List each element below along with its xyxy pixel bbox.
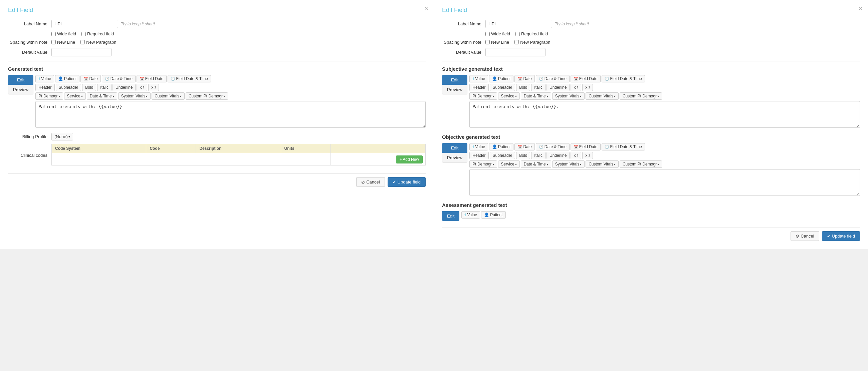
- subj-subheader-btn[interactable]: Subheader: [490, 84, 516, 91]
- new-line-label[interactable]: New Line: [52, 40, 75, 45]
- right-label-hint: Try to keep it short!: [555, 22, 589, 26]
- new-paragraph-checkbox[interactable]: [81, 40, 85, 44]
- required-field-checkbox[interactable]: [82, 32, 86, 36]
- right-panel: ✕ Edit Field Label Name Try to keep it s…: [434, 0, 868, 249]
- obj-field-date-btn[interactable]: 📅 Field Date: [570, 143, 600, 150]
- value-btn[interactable]: ℹ Value: [35, 75, 54, 82]
- obj-sup-btn[interactable]: x2: [582, 152, 593, 159]
- sub-btn[interactable]: x2: [136, 84, 147, 91]
- obj-date-time-btn[interactable]: 🕐 Date & Time: [536, 143, 569, 150]
- bold-btn[interactable]: Bold: [82, 84, 96, 91]
- italic-btn[interactable]: Italic: [97, 84, 112, 91]
- subj-patient-btn[interactable]: 👤 Patient: [489, 75, 514, 82]
- update-field-button-right[interactable]: ✔ Update field: [822, 231, 860, 241]
- right-new-paragraph-label[interactable]: New Paragraph: [515, 40, 550, 45]
- label-name-input[interactable]: [52, 20, 118, 28]
- pt-demogr-dropdown[interactable]: Pt Demogr: [35, 93, 63, 100]
- obj-value-btn[interactable]: ℹ Value: [469, 143, 488, 150]
- patient-btn[interactable]: 👤 Patient: [55, 75, 80, 82]
- subjective-edit-tab[interactable]: Edit: [442, 75, 467, 85]
- edit-tab[interactable]: Edit: [8, 75, 33, 85]
- system-vitals-dropdown[interactable]: System Vitals: [118, 93, 151, 100]
- close-button-right[interactable]: ✕: [858, 5, 863, 12]
- right-wide-field-label[interactable]: Wide field: [486, 31, 510, 36]
- right-new-paragraph-checkbox[interactable]: [515, 40, 519, 44]
- right-required-field-checkbox[interactable]: [516, 32, 520, 36]
- add-new-button[interactable]: + Add New: [396, 156, 423, 164]
- objective-preview-tab[interactable]: Preview: [442, 153, 467, 163]
- subj-date-btn[interactable]: 📅 Date: [515, 75, 534, 82]
- right-default-value-input[interactable]: [486, 48, 546, 56]
- assess-value-btn[interactable]: ℹ Value: [461, 211, 480, 218]
- custom-pt-demogr-dropdown[interactable]: Custom Pt Demogr: [186, 93, 228, 100]
- assessment-edit-tab[interactable]: Edit: [442, 211, 459, 221]
- subj-sub-btn[interactable]: x2: [570, 84, 581, 91]
- close-button-left[interactable]: ✕: [424, 5, 428, 12]
- header-btn[interactable]: Header: [35, 84, 54, 91]
- subj-bold-btn[interactable]: Bold: [516, 84, 530, 91]
- obj-custom-pt-demogr-dropdown[interactable]: Custom Pt Demogr: [620, 161, 662, 168]
- obj-italic-btn[interactable]: Italic: [531, 152, 546, 159]
- subj-custom-vitals-dropdown[interactable]: Custom Vitals: [586, 93, 619, 100]
- assess-patient-btn[interactable]: 👤 Patient: [481, 211, 505, 218]
- subj-date-time-btn[interactable]: 🕐 Date & Time: [536, 75, 569, 82]
- subj-underline-btn[interactable]: Underline: [547, 84, 569, 91]
- generated-text-textarea[interactable]: Patient presents with: {{value}}: [35, 101, 426, 128]
- preview-tab[interactable]: Preview: [8, 85, 33, 94]
- subjective-textarea[interactable]: Patient presents with: {{value}}.: [469, 101, 860, 128]
- default-value-input[interactable]: [52, 48, 112, 56]
- right-new-line-label[interactable]: New Line: [486, 40, 509, 45]
- field-date-time-btn[interactable]: 🕐 Field Date & Time: [167, 75, 211, 82]
- obj-underline-btn[interactable]: Underline: [547, 152, 569, 159]
- wide-field-checkbox[interactable]: [52, 32, 56, 36]
- new-paragraph-label[interactable]: New Paragraph: [81, 40, 116, 45]
- subj-header-btn[interactable]: Header: [469, 84, 488, 91]
- subj-italic-btn[interactable]: Italic: [531, 84, 546, 91]
- subj-value-btn[interactable]: ℹ Value: [469, 75, 488, 82]
- subj-field-date-btn[interactable]: 📅 Field Date: [570, 75, 600, 82]
- objective-textarea[interactable]: [469, 169, 860, 196]
- obj-date-btn[interactable]: 📅 Date: [515, 143, 534, 150]
- objective-edit-tab[interactable]: Edit: [442, 143, 467, 153]
- right-new-line-checkbox[interactable]: [486, 40, 490, 44]
- obj-bold-btn[interactable]: Bold: [516, 152, 530, 159]
- new-line-checkbox[interactable]: [52, 40, 56, 44]
- obj-system-vitals-dropdown[interactable]: System Vitals: [552, 161, 585, 168]
- right-required-field-label[interactable]: Required field: [516, 31, 548, 36]
- subj-field-date-time-btn[interactable]: 🕐 Field Date & Time: [601, 75, 645, 82]
- required-field-label[interactable]: Required field: [82, 31, 114, 36]
- subj-system-vitals-dropdown[interactable]: System Vitals: [552, 93, 585, 100]
- date-time-dropdown[interactable]: Date & Time: [87, 93, 117, 100]
- underline-btn[interactable]: Underline: [113, 84, 135, 91]
- obj-pt-demogr-dropdown[interactable]: Pt Demogr: [469, 161, 497, 168]
- subj-service-dropdown[interactable]: Service: [498, 93, 520, 100]
- subj-custom-pt-demogr-dropdown[interactable]: Custom Pt Demogr: [620, 93, 662, 100]
- subj-date-time-dropdown[interactable]: Date & Time: [521, 93, 551, 100]
- subj-pt-demogr-dropdown[interactable]: Pt Demogr: [469, 93, 497, 100]
- obj-toolbar-row-2: Header Subheader Bold Italic Underline x…: [469, 152, 860, 159]
- custom-vitals-dropdown[interactable]: Custom Vitals: [152, 93, 185, 100]
- obj-header-btn[interactable]: Header: [469, 152, 488, 159]
- obj-sub-btn[interactable]: x2: [570, 152, 581, 159]
- obj-field-date-time-btn[interactable]: 🕐 Field Date & Time: [601, 143, 645, 150]
- obj-subheader-btn[interactable]: Subheader: [490, 152, 516, 159]
- field-date-btn[interactable]: 📅 Field Date: [136, 75, 166, 82]
- subj-sup-btn[interactable]: x2: [582, 84, 593, 91]
- sup-btn[interactable]: x2: [148, 84, 159, 91]
- cancel-button-left[interactable]: ⊘ Cancel: [356, 177, 384, 187]
- wide-field-label[interactable]: Wide field: [52, 31, 76, 36]
- date-time-btn[interactable]: 🕐 Date & Time: [102, 75, 135, 82]
- billing-profile-select[interactable]: (None): [52, 133, 73, 140]
- service-dropdown[interactable]: Service: [64, 93, 86, 100]
- right-label-name-input[interactable]: [486, 20, 552, 28]
- date-btn[interactable]: 📅 Date: [81, 75, 100, 82]
- subheader-btn[interactable]: Subheader: [56, 84, 82, 91]
- obj-date-time-dropdown[interactable]: Date & Time: [521, 161, 551, 168]
- cancel-button-right[interactable]: ⊘ Cancel: [790, 231, 819, 241]
- update-field-button-left[interactable]: ✔ Update field: [388, 177, 426, 187]
- obj-custom-vitals-dropdown[interactable]: Custom Vitals: [586, 161, 619, 168]
- right-wide-field-checkbox[interactable]: [486, 32, 490, 36]
- obj-service-dropdown[interactable]: Service: [498, 161, 520, 168]
- obj-patient-btn[interactable]: 👤 Patient: [489, 143, 514, 150]
- subjective-preview-tab[interactable]: Preview: [442, 85, 467, 94]
